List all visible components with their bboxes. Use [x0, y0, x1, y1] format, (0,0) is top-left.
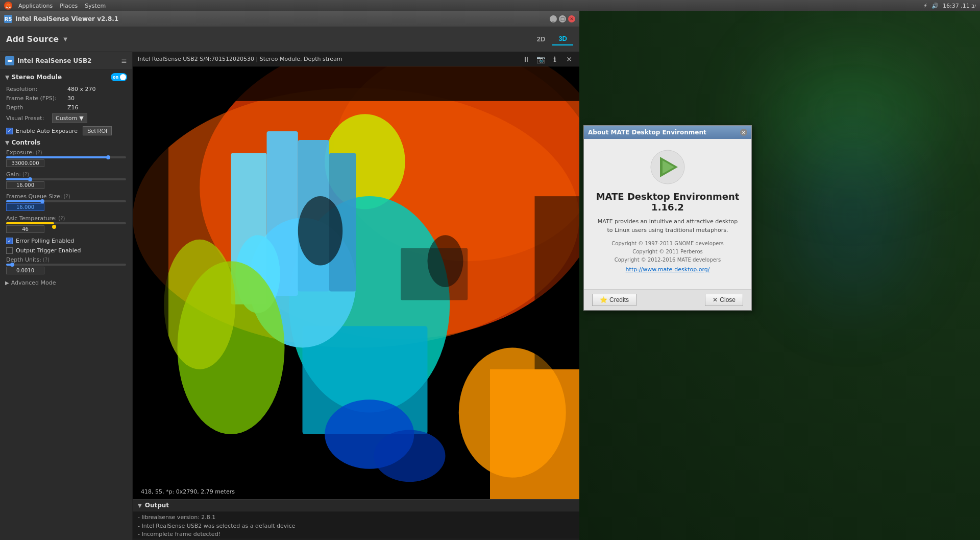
- fps-value: 30: [67, 95, 75, 102]
- realsense-window: RS Intel RealSense Viewer v2.8.1 _ □ ✕ A…: [0, 11, 579, 540]
- copyright-line-3: Copyright © 2012-2016 MATE developers: [611, 256, 723, 264]
- resolution-row: Resolution: 480 x 270: [0, 84, 132, 93]
- about-website-link[interactable]: http://www.mate-desktop.org/: [626, 266, 710, 273]
- close-button[interactable]: ✕: [568, 15, 575, 22]
- close-label: Close: [720, 296, 736, 303]
- output-line-2: - Intel RealSense USB2 was selected as a…: [138, 522, 574, 531]
- firefox-icon: 🦊: [4, 2, 12, 10]
- depth-value: Z16: [67, 104, 79, 111]
- advanced-mode-label: Advanced Mode: [11, 279, 56, 286]
- about-dialog: About MATE Desktop Environment ✕ MATE De…: [583, 125, 752, 311]
- depth-row: Depth Z16: [0, 103, 132, 112]
- copyright-line-2: Copyright © 2011 Perberos: [611, 248, 723, 256]
- output-line-1: - librealsense version: 2.8.1: [138, 513, 574, 522]
- device-menu-button[interactable]: ≡: [121, 57, 127, 65]
- top-bar: Add Source ▼ 2D 3D: [0, 27, 579, 52]
- content-area: Intel RealSense USB2 ≡ ▼ Stereo Module o…: [0, 52, 579, 540]
- resolution-value: 480 x 270: [67, 86, 96, 92]
- exposure-value: 33000.000: [6, 159, 44, 167]
- resolution-label: Resolution:: [6, 86, 67, 92]
- window-controls: _ □ ✕: [550, 15, 575, 22]
- screenshot-button[interactable]: 📷: [535, 54, 546, 64]
- controls-header[interactable]: ▼ Controls: [0, 137, 132, 148]
- set-roi-button[interactable]: Set ROI: [83, 126, 112, 135]
- frames-queue-track[interactable]: [6, 200, 126, 202]
- error-polling-checkbox[interactable]: ✓: [6, 238, 13, 244]
- depth-units-track[interactable]: [6, 264, 126, 266]
- svg-rect-24: [133, 66, 168, 499]
- visual-preset-dropdown[interactable]: Custom ▼: [52, 113, 87, 123]
- about-dialog-title: About MATE Desktop Environment: [588, 129, 706, 136]
- about-description: MATE provides an intuitive and attractiv…: [596, 218, 739, 234]
- stream-controls: ⏸ 📷 ℹ ✕: [521, 54, 574, 64]
- svg-point-20: [374, 430, 446, 482]
- output-content: - librealsense version: 2.8.1 - Intel Re…: [133, 511, 579, 538]
- gain-track[interactable]: [6, 178, 126, 180]
- taskbar-right: ⚡ 🔊 16:37 ,11 יב: [923, 3, 976, 9]
- gain-slider-section: Gain: (?) 16.000: [0, 170, 132, 192]
- depth-label: Depth: [6, 104, 67, 111]
- stereo-module-label: Stereo Module: [11, 74, 62, 81]
- about-body: MATE Desktop Environment 1.16.2 MATE pro…: [584, 139, 751, 289]
- exposure-track[interactable]: [6, 156, 126, 158]
- exposure-slider-section: Exposure: (?) 33000.000: [0, 148, 132, 170]
- controls-label: Controls: [11, 139, 40, 146]
- credits-button[interactable]: ⭐ Credits: [592, 294, 636, 306]
- depth-units-value: 0.0010: [6, 267, 44, 274]
- gain-value: 16.000: [6, 181, 44, 189]
- toggle-on-label: on: [113, 75, 118, 80]
- asic-temp-track[interactable]: [6, 222, 126, 224]
- info-button[interactable]: ℹ: [550, 54, 560, 64]
- depth-visualization: [133, 66, 579, 499]
- output-line-3: - Incomplete frame detected!: [138, 530, 574, 538]
- window-titlebar: RS Intel RealSense Viewer v2.8.1 _ □ ✕: [0, 11, 579, 27]
- system-menu[interactable]: System: [82, 2, 109, 10]
- taskbar: 🦊 Applications Places System ⚡ 🔊 16:37 ,…: [0, 0, 980, 11]
- pause-button[interactable]: ⏸: [521, 54, 531, 64]
- asic-temp-label: Asic Temperature:: [6, 215, 57, 222]
- close-about-button[interactable]: ✕ Close: [705, 294, 743, 306]
- asic-temp-help: (?): [58, 216, 65, 221]
- add-source-dropdown-icon[interactable]: ▼: [62, 36, 69, 43]
- frames-queue-value: 16.000: [6, 203, 44, 211]
- output-trigger-row: Output Trigger Enabled: [0, 246, 132, 255]
- device-header: Intel RealSense USB2 ≡: [0, 52, 132, 70]
- exposure-help: (?): [36, 150, 42, 155]
- svg-point-18: [164, 240, 235, 369]
- depth-canvas: 418, 55, *p: 0x2790, 2.79 meters: [133, 66, 579, 499]
- exposure-label: Exposure:: [6, 149, 34, 156]
- stereo-module-toggle[interactable]: on: [111, 73, 127, 81]
- close-stream-button[interactable]: ✕: [564, 54, 574, 64]
- auto-exposure-label: Enable Auto Exposure: [16, 128, 78, 134]
- visual-preset-row: Visual Preset: Custom ▼: [0, 112, 132, 125]
- output-trigger-label: Output Trigger Enabled: [16, 247, 81, 254]
- minimize-button[interactable]: _: [550, 15, 557, 22]
- frames-queue-slider-section: Frames Queue Size: (?) 16.000: [0, 192, 132, 214]
- advanced-mode-row[interactable]: ▶ Advanced Mode: [0, 277, 132, 288]
- maximize-button[interactable]: □: [559, 15, 566, 22]
- credits-label: Credits: [609, 296, 629, 303]
- view-3d-button[interactable]: 3D: [552, 33, 573, 45]
- add-source-button[interactable]: Add Source ▼: [6, 34, 69, 44]
- svg-point-21: [298, 196, 343, 266]
- fps-row: Frame Rate (FPS): 30: [0, 93, 132, 103]
- about-close-icon[interactable]: ✕: [740, 129, 747, 136]
- auto-exposure-checkbox[interactable]: ✓: [6, 128, 13, 134]
- window-title: Intel RealSense Viewer v2.8.1: [15, 15, 118, 22]
- applications-menu[interactable]: Applications: [15, 2, 56, 10]
- about-app-name: MATE Desktop Environment 1.16.2: [592, 191, 743, 213]
- places-menu[interactable]: Places: [57, 2, 81, 10]
- stream-panel: Intel RealSense USB2 S/N:701512020530 | …: [133, 52, 579, 499]
- depth-units-help: (?): [43, 257, 50, 263]
- view-2d-button[interactable]: 2D: [531, 33, 552, 45]
- gain-label: Gain:: [6, 171, 21, 178]
- taskbar-left: 🦊 Applications Places System: [4, 2, 109, 10]
- window-icon: RS: [4, 15, 12, 23]
- visual-preset-label: Visual Preset:: [6, 115, 52, 122]
- asic-temp-slider-section: Asic Temperature: (?) 46: [0, 214, 132, 236]
- stereo-module-header[interactable]: ▼ Stereo Module on: [0, 70, 132, 84]
- close-icon: ✕: [713, 296, 718, 303]
- output-header[interactable]: ▼ Output: [133, 500, 579, 511]
- fps-label: Frame Rate (FPS):: [6, 95, 67, 102]
- output-trigger-checkbox[interactable]: [6, 247, 13, 254]
